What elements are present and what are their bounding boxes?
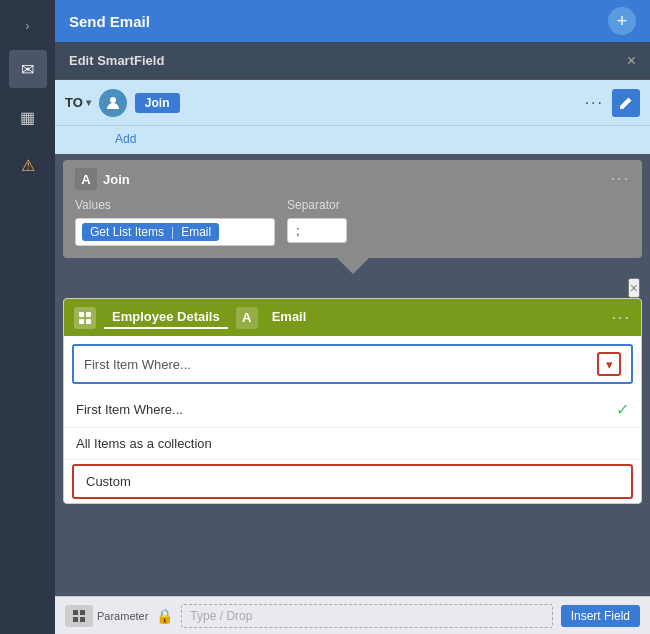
sidebar-collapse-button[interactable]: ›: [13, 10, 43, 40]
svg-rect-8: [80, 617, 85, 622]
emp-tab-employee-details[interactable]: Employee Details: [104, 306, 228, 329]
join-pill[interactable]: Join: [135, 93, 180, 113]
custom-item[interactable]: Custom: [72, 464, 633, 499]
to-text: TO: [65, 95, 83, 110]
edit-pencil-button[interactable]: [612, 89, 640, 117]
insert-field-button[interactable]: Insert Field: [561, 605, 640, 627]
join-card-header: A Join ···: [75, 168, 630, 190]
param-label: Parameter: [97, 610, 148, 622]
emp-tab-email[interactable]: Email: [264, 306, 315, 329]
separator-value: ;: [296, 223, 300, 238]
emp-dropdown-chevron-button[interactable]: ▾: [597, 352, 621, 376]
chevron-down-icon: ▾: [606, 357, 613, 372]
svg-rect-6: [80, 610, 85, 615]
a-icon: A: [75, 168, 97, 190]
custom-label: Custom: [86, 474, 131, 489]
to-dots-menu[interactable]: ···: [585, 94, 604, 112]
smartfield-close-button[interactable]: ×: [627, 52, 636, 70]
smartfield-title: Edit SmartField: [69, 53, 164, 68]
add-button[interactable]: +: [608, 7, 636, 35]
svg-rect-5: [73, 610, 78, 615]
type-drop-text: Type / Drop: [190, 609, 252, 623]
svg-point-0: [110, 97, 116, 103]
sidebar-item-email[interactable]: ✉: [9, 50, 47, 88]
join-card-body: Values Get List Items | Email Separator …: [75, 198, 630, 246]
get-list-pill[interactable]: Get List Items | Email: [82, 223, 219, 241]
emp-dots-menu[interactable]: ···: [612, 309, 631, 327]
avatar: [99, 89, 127, 117]
check-icon: ✓: [616, 400, 629, 419]
chevron-right-icon: ›: [25, 18, 29, 33]
main-panel: Send Email + Edit SmartField × TO ▾ Join…: [55, 0, 650, 634]
emp-dropdown[interactable]: First Item Where... ▾: [72, 344, 633, 384]
add-link[interactable]: Add: [105, 128, 650, 150]
emp-box-icon: [74, 307, 96, 329]
svg-rect-3: [79, 319, 84, 324]
values-col: Values Get List Items | Email: [75, 198, 275, 246]
warning-icon: ⚠: [21, 156, 35, 175]
email-tab-a-icon: A: [236, 307, 258, 329]
email-text: Email: [181, 225, 211, 239]
join-dots-menu[interactable]: ···: [611, 170, 630, 188]
emp-panel-header: Employee Details A Email ···: [64, 299, 641, 336]
separator-box: ;: [287, 218, 347, 243]
list-item-label: All Items as a collection: [76, 436, 212, 451]
sidebar: › ✉ ▦ ⚠: [0, 0, 55, 634]
sidebar-item-grid[interactable]: ▦: [9, 98, 47, 136]
svg-rect-2: [86, 312, 91, 317]
to-chevron-icon: ▾: [86, 97, 91, 108]
values-box: Get List Items | Email: [75, 218, 275, 246]
get-list-text: Get List Items: [90, 225, 164, 239]
separator-col: Separator ;: [287, 198, 347, 243]
separator-label: Separator: [287, 198, 347, 212]
join-title-text: Join: [103, 172, 130, 187]
list-item-label: First Item Where...: [76, 402, 183, 417]
svg-rect-7: [73, 617, 78, 622]
type-drop-area[interactable]: Type / Drop: [181, 604, 552, 628]
join-card-title: A Join: [75, 168, 130, 190]
emp-dropdown-text: First Item Where...: [84, 357, 191, 372]
smartfield-header: Edit SmartField ×: [55, 42, 650, 80]
grid-small-button[interactable]: [65, 605, 93, 627]
list-item[interactable]: First Item Where... ✓: [64, 392, 641, 428]
values-label: Values: [75, 198, 275, 212]
list-item[interactable]: All Items as a collection: [64, 428, 641, 460]
panel-title: Send Email: [69, 13, 150, 30]
to-row: TO ▾ Join ···: [55, 80, 650, 126]
bottom-bar: Parameter 🔒 Type / Drop Insert Field: [55, 596, 650, 634]
email-icon: ✉: [21, 60, 34, 79]
emp-panel: Employee Details A Email ··· First Item …: [63, 298, 642, 504]
to-label: TO ▾: [65, 95, 91, 110]
lock-icon: 🔒: [156, 608, 173, 624]
svg-rect-1: [79, 312, 84, 317]
smartfield-panel: Edit SmartField × TO ▾ Join ···: [55, 42, 650, 634]
bottom-icon-group: Parameter: [65, 605, 148, 627]
join-card: A Join ··· Values Get List Items | Email: [63, 160, 642, 258]
panel-header: Send Email +: [55, 0, 650, 42]
emp-panel-close-button[interactable]: ×: [628, 278, 640, 298]
sidebar-item-warning[interactable]: ⚠: [9, 146, 47, 184]
svg-rect-4: [86, 319, 91, 324]
grid-icon: ▦: [20, 108, 35, 127]
